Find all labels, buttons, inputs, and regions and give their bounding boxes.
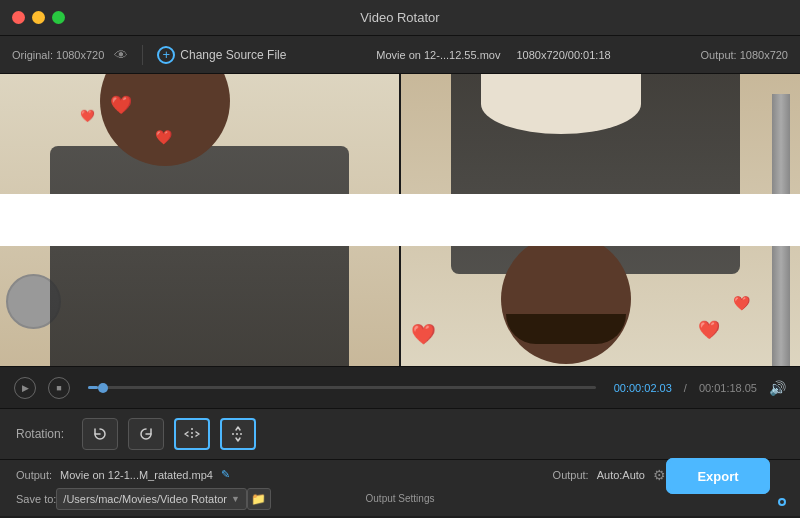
plus-circle-icon: + bbox=[157, 46, 175, 64]
folder-icon: 📁 bbox=[251, 492, 266, 506]
progress-track[interactable] bbox=[88, 386, 596, 389]
flip-horizontal-button[interactable] bbox=[174, 418, 210, 450]
stop-button[interactable]: ■ bbox=[48, 377, 70, 399]
rotation-bar: Rotation: bbox=[0, 408, 800, 460]
title-bar: Video Rotator bbox=[0, 0, 800, 36]
separator bbox=[142, 45, 143, 65]
progress-fill bbox=[88, 386, 98, 389]
video-area: ❤️ ❤️ ❤️ ❤️ ❤️ ❤️ bbox=[0, 74, 800, 366]
export-button-wrapper: Export bbox=[778, 498, 786, 506]
change-source-button[interactable]: + Change Source File bbox=[157, 46, 286, 64]
minimize-button[interactable] bbox=[32, 11, 45, 24]
browse-folder-button[interactable]: 📁 bbox=[247, 488, 271, 510]
output-file-name: Movie on 12-1...M_ratated.mp4 bbox=[60, 469, 213, 481]
toolbar-left: Original: 1080x720 👁 + Change Source Fil… bbox=[12, 45, 286, 65]
total-time: 00:01:18.05 bbox=[699, 382, 757, 394]
settings-gear-icon[interactable]: ⚙ bbox=[653, 467, 666, 483]
progress-thumb[interactable] bbox=[98, 383, 108, 393]
controls-bar: ▶ ■ 00:00:02.03 / 00:01:18.05 🔊 bbox=[0, 366, 800, 408]
toolbar-center: Movie on 12-...12.55.mov 1080x720/00:01:… bbox=[294, 49, 692, 61]
bottom-section: Output: Movie on 12-1...M_ratated.mp4 ✎ … bbox=[0, 460, 800, 516]
file-name: Movie on 12-...12.55.mov bbox=[376, 49, 500, 61]
file-info: 1080x720/00:01:18 bbox=[516, 49, 610, 61]
output-settings-label: Output: bbox=[553, 469, 589, 481]
chevron-down-icon: ▼ bbox=[231, 494, 240, 504]
time-separator: / bbox=[684, 382, 687, 394]
toolbar: Original: 1080x720 👁 + Change Source Fil… bbox=[0, 36, 800, 74]
save-path-value: /Users/mac/Movies/Video Rotator bbox=[63, 493, 227, 505]
volume-icon[interactable]: 🔊 bbox=[769, 380, 786, 396]
current-time: 00:00:02.03 bbox=[614, 382, 672, 394]
eye-icon[interactable]: 👁 bbox=[114, 47, 128, 63]
save-to-label: Save to: bbox=[16, 493, 56, 505]
edit-filename-icon[interactable]: ✎ bbox=[221, 468, 230, 481]
flip-vertical-button[interactable] bbox=[220, 418, 256, 450]
original-resolution-label: Original: 1080x720 bbox=[12, 49, 104, 61]
rotation-label: Rotation: bbox=[16, 427, 64, 441]
window-title: Video Rotator bbox=[360, 10, 439, 25]
output-settings-title-label: Output Settings bbox=[366, 493, 435, 504]
change-source-label: Change Source File bbox=[180, 48, 286, 62]
traffic-lights bbox=[12, 11, 65, 24]
rotate-ccw-button[interactable] bbox=[82, 418, 118, 450]
output-settings-value: Auto:Auto bbox=[597, 469, 645, 481]
output-file-label: Output: bbox=[16, 469, 52, 481]
maximize-button[interactable] bbox=[52, 11, 65, 24]
output-resolution-label: Output: 1080x720 bbox=[701, 49, 788, 61]
censor-bar bbox=[0, 194, 800, 246]
play-button[interactable]: ▶ bbox=[14, 377, 36, 399]
rotate-cw-button[interactable] bbox=[128, 418, 164, 450]
export-button[interactable]: Export bbox=[668, 460, 768, 492]
save-path-dropdown[interactable]: /Users/mac/Movies/Video Rotator ▼ bbox=[56, 488, 247, 510]
close-button[interactable] bbox=[12, 11, 25, 24]
